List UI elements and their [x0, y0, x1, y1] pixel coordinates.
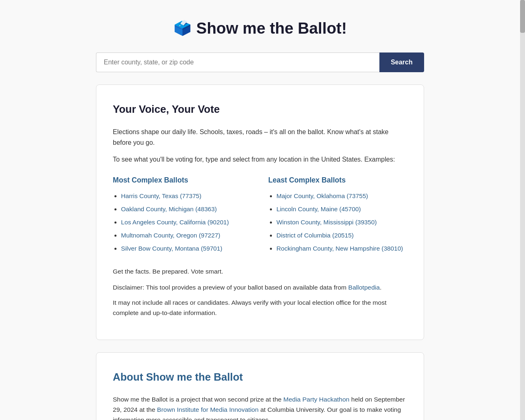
intro-paragraph-1: Elections shape our daily life. Schools,… [113, 127, 407, 148]
search-input[interactable] [96, 52, 379, 72]
most-complex-column: Most Complex Ballots Harris County, Texa… [113, 175, 252, 257]
ballot-icon: 🗳️ [173, 17, 192, 39]
main-card-title: Your Voice, Your Vote [113, 101, 407, 117]
page-title: Show me the Ballot! [196, 16, 347, 40]
ballot-link[interactable]: Major County, Oklahoma (73755) [276, 192, 368, 199]
list-item: Oakland County, Michigan (48363) [121, 204, 252, 214]
about-title: About Show me the Ballot [113, 369, 407, 385]
search-section: Search [7, 52, 514, 72]
about-text-before-link1: Show me the Ballot is a project that won… [113, 396, 283, 403]
least-complex-column: Least Complex Ballots Major County, Okla… [268, 175, 407, 257]
least-complex-list: Major County, Oklahoma (73755)Lincoln Co… [268, 191, 407, 253]
list-item: Winston County, Mississippi (39350) [276, 217, 407, 227]
disclaimer-text-before: Disclaimer: This tool provides a preview… [113, 284, 348, 291]
ballot-link[interactable]: Silver Bow County, Montana (59701) [121, 245, 222, 252]
ballot-link[interactable]: Los Angeles County, California (90201) [121, 219, 229, 226]
brown-institute-link[interactable]: Brown Institute for Media Innovation [157, 406, 259, 413]
disclaimer-2: It may not include all races or candidat… [113, 298, 407, 318]
ballot-link[interactable]: Winston County, Mississippi (39350) [276, 219, 377, 226]
list-item: Rockingham County, New Hampshire (38010) [276, 244, 407, 253]
most-complex-title: Most Complex Ballots [113, 175, 252, 185]
ballot-link[interactable]: Harris County, Texas (77375) [121, 192, 201, 199]
about-text: Show me the Ballot is a project that won… [113, 395, 407, 420]
ballot-link[interactable]: Rockingham County, New Hampshire (38010) [276, 245, 403, 252]
ballot-link[interactable]: Lincoln County, Maine (45700) [276, 205, 361, 212]
most-complex-list: Harris County, Texas (77375)Oakland Coun… [113, 191, 252, 253]
list-item: Multnomah County, Oregon (97227) [121, 231, 252, 240]
ballot-link[interactable]: Oakland County, Michigan (48363) [121, 205, 217, 212]
divider-section: Get the facts. Be prepared. Vote smart. … [113, 267, 407, 318]
search-container: Search [96, 52, 424, 72]
main-content-card: Your Voice, Your Vote Elections shape ou… [96, 84, 424, 340]
ballot-link[interactable]: District of Columbia (20515) [276, 232, 354, 239]
list-item: Harris County, Texas (77375) [121, 191, 252, 201]
list-item: Lincoln County, Maine (45700) [276, 204, 407, 214]
list-item: Silver Bow County, Montana (59701) [121, 244, 252, 253]
tagline: Get the facts. Be prepared. Vote smart. [113, 267, 407, 276]
media-party-link[interactable]: Media Party Hackathon [283, 396, 349, 403]
ballotpedia-link[interactable]: Ballotpedia [348, 284, 380, 291]
about-section: About Show me the Ballot Show me the Bal… [96, 352, 424, 420]
page-header: 🗳️ Show me the Ballot! [7, 0, 514, 52]
disclaimer-suffix: . [380, 284, 381, 291]
list-item: Los Angeles County, California (90201) [121, 217, 252, 227]
search-button[interactable]: Search [379, 52, 424, 72]
disclaimer-1: Disclaimer: This tool provides a preview… [113, 283, 407, 293]
list-item: District of Columbia (20515) [276, 231, 407, 240]
ballot-link[interactable]: Multnomah County, Oregon (97227) [121, 232, 220, 239]
list-item: Major County, Oklahoma (73755) [276, 191, 407, 201]
intro-paragraph-2: To see what you'll be voting for, type a… [113, 154, 407, 165]
ballots-columns: Most Complex Ballots Harris County, Texa… [113, 175, 407, 257]
least-complex-title: Least Complex Ballots [268, 175, 407, 185]
